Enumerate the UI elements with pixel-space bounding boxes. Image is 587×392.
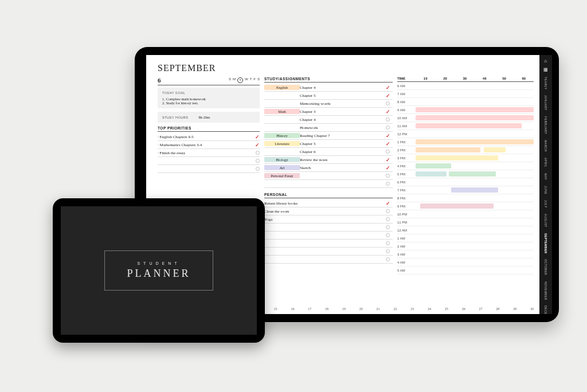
month-tab-june[interactable]: JUNE bbox=[544, 185, 547, 195]
circle-icon[interactable] bbox=[386, 241, 390, 245]
weekday-m[interactable]: M bbox=[233, 77, 236, 83]
priority-row[interactable] bbox=[158, 165, 260, 173]
subject-chip: Art bbox=[264, 165, 300, 170]
study-row[interactable]: ArtSketch bbox=[264, 164, 393, 172]
check-icon[interactable] bbox=[386, 165, 393, 171]
circle-icon[interactable] bbox=[256, 151, 260, 155]
personal-row[interactable] bbox=[264, 240, 393, 248]
cover-screen: STUDENT PLANNER bbox=[61, 206, 257, 335]
check-icon[interactable] bbox=[386, 141, 393, 147]
date-strip-day[interactable]: 22 bbox=[393, 307, 397, 311]
home-icon[interactable]: ⌂ bbox=[544, 58, 547, 64]
month-tab-november[interactable]: NOVEMBER bbox=[544, 280, 547, 301]
weekday-w[interactable]: W bbox=[245, 77, 248, 83]
check-icon[interactable] bbox=[255, 142, 260, 148]
circle-icon[interactable] bbox=[386, 225, 390, 229]
study-row[interactable]: EnglishChapter 4 bbox=[264, 84, 393, 92]
month-tab-may[interactable]: MAY bbox=[544, 172, 547, 181]
priority-row[interactable] bbox=[158, 157, 260, 165]
study-row[interactable]: Homework bbox=[264, 124, 393, 132]
weekday-s[interactable]: S bbox=[229, 77, 231, 83]
grid-icon[interactable]: ▦ bbox=[543, 67, 549, 72]
personal-row[interactable]: Yoga bbox=[264, 215, 393, 224]
personal-row[interactable]: Return library books bbox=[264, 199, 393, 207]
weekday-t[interactable]: T bbox=[250, 77, 252, 83]
date-strip-day[interactable]: 25 bbox=[445, 307, 448, 311]
circle-icon[interactable] bbox=[386, 126, 390, 130]
time-row: 1 PM bbox=[397, 138, 534, 146]
study-row[interactable]: MathChapter 3 bbox=[264, 108, 393, 116]
check-icon[interactable] bbox=[386, 201, 393, 206]
circle-icon[interactable] bbox=[386, 101, 390, 105]
date-strip-day[interactable]: 18 bbox=[325, 307, 328, 311]
date-strip-day[interactable]: 20 bbox=[359, 307, 363, 311]
circle-icon[interactable] bbox=[386, 249, 390, 253]
circle-icon[interactable] bbox=[386, 217, 390, 221]
circle-icon[interactable] bbox=[386, 174, 390, 178]
personal-row[interactable] bbox=[264, 256, 393, 264]
weekday-s[interactable]: S bbox=[257, 77, 260, 83]
study-row[interactable]: BiologyReview the notes bbox=[264, 156, 393, 164]
month-tab-march[interactable]: MARCH bbox=[544, 139, 547, 153]
month-tab-january[interactable]: JANUARY bbox=[544, 94, 547, 112]
personal-row[interactable] bbox=[264, 224, 393, 232]
date-strip-day[interactable]: 24 bbox=[428, 307, 431, 311]
month-tab-august[interactable]: AUGUST bbox=[544, 213, 547, 229]
date-strip-day[interactable]: 15 bbox=[274, 307, 277, 311]
month-tab-september[interactable]: SEPTEMBER bbox=[544, 232, 547, 255]
date-strip-day[interactable]: 30 bbox=[530, 307, 534, 311]
weekday-t[interactable]: T bbox=[237, 77, 243, 83]
weekday-f[interactable]: F bbox=[253, 77, 256, 83]
check-icon[interactable] bbox=[386, 93, 393, 99]
circle-icon[interactable] bbox=[256, 167, 260, 171]
priority-row[interactable]: · Mathematics Chapters 3-4 bbox=[158, 141, 260, 149]
study-row[interactable]: Memorizing words bbox=[264, 100, 393, 108]
personal-row[interactable]: Clean the room bbox=[264, 207, 393, 215]
time-bar bbox=[451, 187, 498, 193]
priority-row[interactable]: · English Chapters 4-5 bbox=[158, 133, 260, 141]
check-icon[interactable] bbox=[255, 134, 260, 140]
personal-row[interactable] bbox=[264, 248, 393, 256]
date-strip-day[interactable]: 19 bbox=[342, 307, 346, 311]
check-icon[interactable] bbox=[386, 109, 393, 115]
date-strip-day[interactable]: 21 bbox=[377, 307, 380, 311]
check-icon[interactable] bbox=[386, 133, 393, 139]
personal-row[interactable] bbox=[264, 232, 393, 240]
month-tab-december[interactable]: DECEMBER bbox=[544, 304, 547, 314]
study-row[interactable]: HistoryReading Chapter 7 bbox=[264, 132, 393, 140]
date-strip-day[interactable]: 29 bbox=[513, 307, 516, 311]
study-row[interactable]: LiteratureChapter 5 bbox=[264, 140, 393, 148]
date-strip-day[interactable]: 16 bbox=[291, 307, 294, 311]
time-hour-label: 7 AM bbox=[397, 92, 416, 96]
month-tab-february[interactable]: FEBRUARY bbox=[544, 115, 547, 135]
study-row[interactable] bbox=[264, 180, 393, 188]
study-row[interactable]: Chapter 4 bbox=[264, 116, 393, 124]
time-hour-label: 9 AM bbox=[397, 108, 416, 112]
study-row[interactable]: Chapter 5 bbox=[264, 92, 393, 100]
date-strip-day[interactable]: 26 bbox=[462, 307, 465, 311]
check-icon[interactable] bbox=[386, 85, 393, 91]
circle-icon[interactable] bbox=[386, 209, 390, 213]
circle-icon[interactable] bbox=[386, 182, 390, 186]
date-strip-day[interactable]: 28 bbox=[496, 307, 499, 311]
study-row[interactable]: Personal Essay bbox=[264, 172, 393, 180]
check-icon[interactable] bbox=[386, 157, 393, 163]
study-task: Memorizing words bbox=[300, 101, 386, 106]
date-strip-day[interactable]: 27 bbox=[479, 307, 483, 311]
date-strip-day[interactable]: 17 bbox=[308, 307, 311, 311]
study-row[interactable]: Chapter 6 bbox=[264, 148, 393, 156]
circle-icon[interactable] bbox=[386, 257, 390, 261]
month-tab-july[interactable]: JULY bbox=[544, 199, 547, 209]
time-track bbox=[416, 162, 534, 170]
circle-icon[interactable] bbox=[256, 159, 260, 163]
circle-icon[interactable] bbox=[386, 233, 390, 237]
month-tab-april[interactable]: APRIL bbox=[544, 156, 547, 168]
study-task: Chapter 5 bbox=[300, 142, 386, 146]
month-tab-october[interactable]: OCTOBER bbox=[544, 258, 547, 276]
month-tab-yearly[interactable]: YEARLY bbox=[544, 76, 547, 91]
circle-icon[interactable] bbox=[386, 117, 390, 121]
circle-icon[interactable] bbox=[386, 150, 390, 154]
priority-row[interactable]: · Finish the essay bbox=[158, 149, 260, 157]
date-strip-day[interactable]: 23 bbox=[410, 307, 414, 311]
time-row: 5 AM bbox=[397, 266, 534, 275]
